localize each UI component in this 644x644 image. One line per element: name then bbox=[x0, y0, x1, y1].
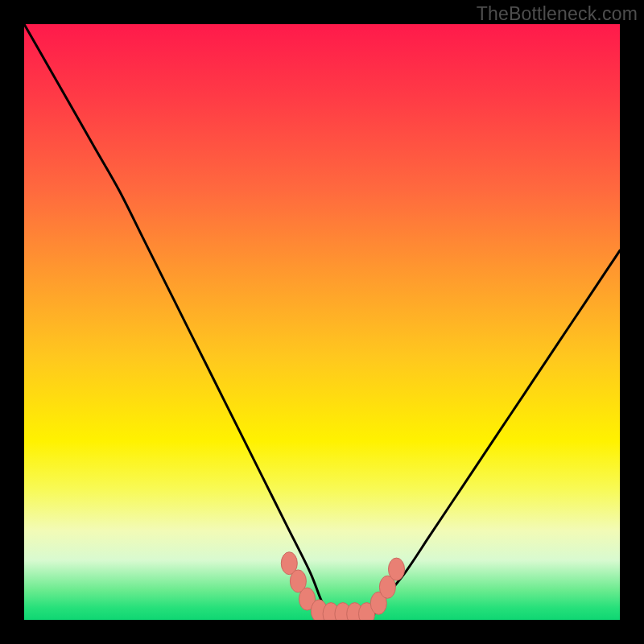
bottleneck-curve bbox=[24, 24, 620, 620]
watermark-text: TheBottleneck.com bbox=[477, 3, 638, 25]
curve-marker bbox=[389, 558, 405, 580]
marker-group bbox=[281, 552, 404, 620]
chart-frame: TheBottleneck.com bbox=[0, 0, 644, 644]
curve-svg bbox=[24, 24, 620, 620]
plot-area bbox=[24, 24, 620, 620]
